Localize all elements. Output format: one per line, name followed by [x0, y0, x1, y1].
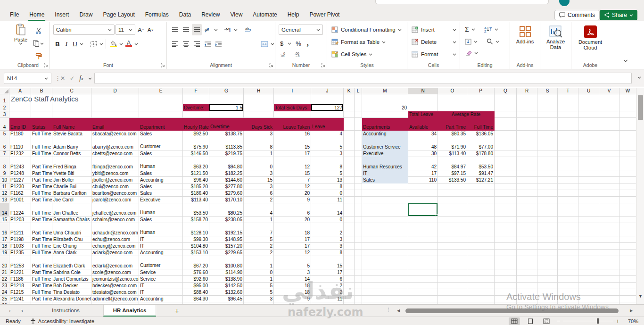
cell-O21[interactable] — [438, 269, 467, 276]
row-header-23[interactable]: 23 — [0, 283, 9, 289]
font-dialog-launcher[interactable] — [161, 63, 165, 67]
analyze-data-button[interactable]: AnalyzeData — [544, 24, 568, 50]
cell-M20[interactable] — [362, 256, 408, 269]
cell-G2[interactable]: 1.5 — [209, 104, 244, 111]
cell-B10[interactable]: Part Time — [31, 177, 52, 183]
cell-L19[interactable] — [355, 250, 362, 256]
cell-U12[interactable] — [578, 190, 599, 197]
cell-Q2[interactable] — [495, 104, 517, 111]
cell-W2[interactable] — [619, 104, 636, 111]
cell-V2[interactable] — [599, 104, 619, 111]
conditional-formatting-button[interactable]: Conditional Formatting — [330, 24, 404, 36]
cell-J15[interactable]: 0 — [311, 217, 344, 223]
cell-O20[interactable] — [438, 256, 467, 269]
cell-F3[interactable] — [183, 111, 209, 118]
cell-G23[interactable]: $142.50 — [209, 283, 244, 289]
cell-A19[interactable]: F1235 — [9, 250, 31, 256]
cell-I15[interactable]: 20 — [274, 217, 311, 223]
cell-V17[interactable] — [599, 236, 619, 243]
cell-P15[interactable] — [467, 217, 495, 223]
cell-B11[interactable]: Part Time — [31, 183, 52, 190]
cell-S7[interactable] — [537, 150, 558, 157]
cell-N1[interactable] — [408, 94, 438, 104]
cell-J14[interactable]: 14 — [311, 203, 344, 217]
cell-I14[interactable]: 6 — [274, 203, 311, 217]
cell-D22[interactable]: jcomuntzis@zenco.com — [91, 276, 139, 283]
cell-H16[interactable]: 7 — [244, 223, 274, 236]
cell-M19[interactable] — [362, 250, 408, 256]
cell-R20[interactable] — [517, 256, 537, 269]
cell-I1[interactable] — [274, 94, 311, 104]
cell-A12[interactable]: F1162 — [9, 190, 31, 197]
cell-L20[interactable] — [355, 256, 362, 269]
cell-J12[interactable]: 0 — [311, 190, 344, 197]
column-header-K[interactable]: K — [344, 88, 355, 94]
cell-R7[interactable] — [517, 150, 537, 157]
next-sheet-arrow[interactable]: › — [16, 307, 28, 314]
cell-O1[interactable] — [438, 94, 467, 104]
cell-P9[interactable]: $91.47 — [467, 170, 495, 177]
cell-P12[interactable] — [467, 190, 495, 197]
cell-M9[interactable]: IT — [362, 170, 408, 177]
cell-C10[interactable]: Jim Boller — [52, 177, 91, 183]
cell-U20[interactable] — [578, 256, 599, 269]
row-header-25[interactable]: 25 — [0, 296, 9, 302]
normal-view-button[interactable] — [509, 317, 520, 325]
cell-E18[interactable]: IT — [139, 243, 183, 250]
cell-P25[interactable] — [467, 296, 495, 302]
align-right-button[interactable] — [192, 38, 202, 50]
cell-T10[interactable] — [558, 177, 578, 183]
cell-U21[interactable] — [578, 269, 599, 276]
cell-K4[interactable] — [344, 118, 355, 131]
cell-B3[interactable] — [31, 111, 52, 118]
cell-O18[interactable] — [438, 243, 467, 250]
row-header-17[interactable]: 17 — [0, 236, 9, 243]
cell-I5[interactable]: 16 — [274, 131, 311, 137]
cell-R10[interactable] — [517, 177, 537, 183]
column-header-C[interactable]: C — [52, 88, 91, 94]
cell-P6[interactable]: $77.00 — [467, 137, 495, 150]
cell-S4[interactable] — [537, 118, 558, 131]
ribbon-tab-home[interactable]: Home — [24, 8, 50, 21]
cell-F14[interactable]: $53.50 — [183, 203, 209, 217]
cell-O14[interactable] — [438, 203, 467, 217]
cell-D5[interactable]: sbacata@zenco.com — [91, 131, 139, 137]
cell-R2[interactable] — [517, 104, 537, 111]
cell-W23[interactable] — [619, 283, 636, 289]
cell-F13[interactable]: $113.40 — [183, 197, 209, 203]
ribbon-collapse-chevron-icon[interactable] — [623, 59, 628, 62]
cell-G18[interactable]: $157.20 — [209, 243, 244, 250]
cell-V5[interactable] — [599, 131, 619, 137]
cell-E14[interactable]: Human Resources — [139, 203, 183, 217]
ribbon-tab-insert[interactable]: Insert — [50, 8, 74, 21]
cell-D15[interactable]: schairs@zenco.com — [91, 217, 139, 223]
cell-B20[interactable]: Part Time — [31, 256, 52, 269]
font-size-select[interactable]: 11 — [116, 25, 135, 35]
cell-D18[interactable]: echung@zenco.com — [91, 243, 139, 250]
cell-N22[interactable] — [408, 276, 438, 283]
cell-A14[interactable]: F1224 — [9, 203, 31, 217]
cell-C24[interactable]: Tina Desiato — [52, 289, 91, 296]
ribbon-tab-data[interactable]: Data — [174, 8, 196, 21]
cell-A4[interactable]: Emp ID — [9, 118, 31, 131]
cell-S22[interactable] — [537, 276, 558, 283]
cell-C11[interactable]: Charlie Bui — [52, 183, 91, 190]
cell-D23[interactable]: bdecker@zenco.com — [91, 283, 139, 289]
cell-O19[interactable] — [438, 250, 467, 256]
cell-Q17[interactable] — [495, 236, 517, 243]
cell-N13[interactable] — [408, 197, 438, 203]
row-header-13[interactable]: 13 — [0, 197, 9, 203]
font-color-button[interactable]: A — [124, 38, 133, 50]
cell-F6[interactable]: $75.90 — [183, 137, 209, 150]
cell-D25[interactable]: adonnell@zenco.com — [91, 296, 139, 302]
column-header-V[interactable]: V — [599, 88, 619, 94]
cell-D11[interactable]: cbui@zenco.com — [91, 183, 139, 190]
cell-D14[interactable]: jchaffee@zenco.com — [91, 203, 139, 217]
cell-I2[interactable]: Total Sick Days — [274, 104, 311, 111]
ribbon-tab-help[interactable]: Help — [282, 8, 305, 21]
cell-H15[interactable]: 1 — [244, 217, 274, 223]
select-all-corner[interactable] — [0, 88, 9, 94]
cell-I7[interactable]: 17 — [274, 150, 311, 157]
cell-U17[interactable] — [578, 236, 599, 243]
cell-T1[interactable] — [558, 94, 578, 104]
